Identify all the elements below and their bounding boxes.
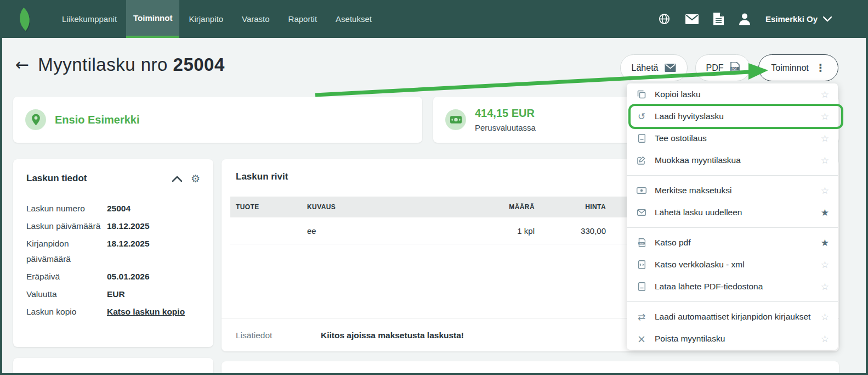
collapsed-card (222, 361, 839, 373)
menu-divider (627, 227, 838, 228)
nav-item-varasto[interactable]: Varasto (232, 0, 279, 38)
menu-item-label: Laadi automaattiset kirjanpidon kirjauks… (655, 312, 810, 322)
menu-item-tee-ostotilaus[interactable]: Tee ostotilaus (627, 127, 838, 149)
star-icon[interactable] (821, 133, 829, 144)
star-icon[interactable] (821, 281, 829, 292)
swap-arrows-icon: ⇄ (636, 311, 648, 322)
info-label: Eräpäivä (26, 269, 107, 284)
extra-info-label: Lisätiedot (236, 331, 321, 340)
actions-dropdown-menu: Kopioi lasku ↺ Laadi hyvityslasku Tee os… (627, 83, 838, 350)
info-value: EUR (107, 287, 125, 302)
info-label: Laskun numero (26, 201, 107, 216)
menu-item-muokkaa-myyntilaskua[interactable]: Muokkaa myyntilaskua (627, 149, 838, 171)
gear-icon[interactable]: ⚙ (191, 172, 200, 184)
partner-name[interactable]: Ensio Esimerkki (55, 114, 140, 126)
column-header-hinta: HINTA (535, 203, 606, 211)
undo-icon: ↺ (636, 111, 648, 122)
star-icon[interactable] (821, 111, 829, 122)
info-row: ValuuttaEUR (26, 287, 200, 302)
invoice-copy-link[interactable]: Katso laskun kopio (107, 304, 185, 320)
invoice-info-card: Laskun tiedot ⚙ Laskun numero25004 Lasku… (13, 159, 213, 347)
app-logo-leaf-icon[interactable] (13, 7, 36, 30)
partner-card[interactable]: Ensio Esimerkki (13, 97, 422, 143)
page-title-text: Myyntilasku nro (38, 54, 168, 75)
document-icon[interactable] (713, 13, 724, 25)
star-icon[interactable] (821, 155, 829, 166)
menu-item-laadi-automaattiset-kirjaukset[interactable]: ⇄ Laadi automaattiset kirjanpidon kirjau… (627, 306, 838, 328)
star-icon[interactable] (821, 311, 829, 322)
info-row: Laskun kopioKatso laskun kopio (26, 304, 200, 320)
menu-item-label: Tee ostotilaus (655, 133, 707, 143)
star-icon[interactable] (821, 89, 829, 100)
star-icon[interactable] (821, 333, 829, 344)
location-pin-icon (25, 109, 46, 130)
info-value: 18.12.2025 (107, 219, 150, 234)
chevron-down-icon (823, 16, 832, 22)
top-navigation: Liikekumppanit Toiminnot Kirjanpito Vara… (0, 0, 868, 38)
actions-button[interactable]: Toiminnot ⋮ (758, 54, 838, 81)
column-header-kuvaus: KUVAUS (302, 203, 466, 211)
invoice-total: 414,15 EUR (475, 107, 536, 120)
copy-icon (636, 90, 648, 99)
info-label: Kirjanpidon päivämäärä (26, 236, 107, 267)
nav-item-kirjanpito[interactable]: Kirjanpito (179, 0, 232, 38)
cell-kuvaus: ee (302, 226, 466, 236)
envelope-icon (636, 209, 648, 216)
menu-divider (627, 175, 838, 176)
svg-text:PDF: PDF (731, 67, 737, 70)
menu-item-poista-myyntilasku[interactable]: × Poista myyntilasku (627, 328, 838, 350)
send-button[interactable]: Lähetä (620, 54, 688, 81)
edit-icon (636, 156, 648, 165)
star-icon[interactable] (821, 185, 829, 196)
info-value: 18.12.2025 (107, 236, 150, 267)
menu-item-label: Lataa lähete PDF-tiedostona (655, 282, 763, 292)
document-download-icon (636, 282, 648, 291)
menu-item-label: Poista myyntilasku (655, 334, 725, 344)
cell-hinta: 330,00 (535, 226, 606, 236)
menu-item-laadi-hyvityslasku[interactable]: ↺ Laadi hyvityslasku (627, 105, 838, 127)
document-icon (636, 134, 648, 143)
pdf-file-icon: PDF (730, 62, 740, 74)
nav-item-liikekumppanit[interactable]: Liikekumppanit (53, 0, 126, 38)
info-value: 05.01.2026 (107, 269, 150, 284)
send-button-label: Lähetä (632, 63, 659, 73)
menu-item-label: Muokkaa myyntilaskua (655, 155, 741, 165)
back-arrow[interactable]: ← (15, 57, 29, 73)
user-icon[interactable] (739, 13, 751, 25)
envelope-icon (665, 64, 676, 72)
delete-x-icon: × (636, 333, 648, 345)
column-header-tuote: TUOTE (230, 203, 302, 211)
menu-item-lataa-lahete-pdf[interactable]: Lataa lähete PDF-tiedostona (627, 276, 838, 298)
envelope-icon[interactable] (685, 14, 699, 24)
info-row: Eräpäivä05.01.2026 (26, 269, 200, 284)
svg-text:PDF: PDF (639, 243, 644, 245)
menu-item-kopioi-lasku[interactable]: Kopioi lasku (627, 83, 838, 105)
nav-item-asetukset[interactable]: Asetukset (326, 0, 381, 38)
main-menu: Liikekumppanit Toiminnot Kirjanpito Vara… (53, 0, 381, 38)
menu-item-katso-pdf[interactable]: PDF Katso pdf (627, 232, 838, 254)
info-row: Laskun numero25004 (26, 201, 200, 216)
menu-item-merkitse-maksetuksi[interactable]: Merkitse maksetuksi (627, 180, 838, 202)
nav-item-toiminnot[interactable]: Toiminnot (126, 0, 179, 38)
banknote-icon (636, 187, 648, 194)
menu-item-label: Katso verkkolasku - xml (655, 260, 745, 270)
menu-item-label: Laadi hyvityslasku (655, 111, 724, 121)
collapse-chevron-icon[interactable] (172, 176, 182, 182)
menu-item-laheta-lasku-uudelleen[interactable]: Lähetä lasku uudelleen (627, 202, 838, 223)
pdf-button[interactable]: PDF PDF (695, 54, 750, 81)
info-row: Kirjanpidon päivämäärä18.12.2025 (26, 236, 200, 267)
column-header-maara: MÄÄRÄ (466, 203, 535, 211)
pdf-file-icon: PDF (636, 238, 648, 247)
globe-icon[interactable] (658, 13, 671, 25)
star-icon[interactable] (821, 259, 829, 270)
page-content: ← Myyntilasku nro 25004 Lähetä PDF PDF T… (2, 38, 866, 373)
pdf-button-label: PDF (706, 63, 724, 73)
invoice-total-caption: Perusvaluutassa (475, 123, 536, 132)
nav-item-raportit[interactable]: Raportit (279, 0, 327, 38)
menu-item-label: Kopioi lasku (655, 89, 701, 99)
star-icon-filled[interactable] (821, 207, 829, 218)
star-icon-filled[interactable] (821, 237, 829, 248)
menu-item-katso-verkkolasku-xml[interactable]: Katso verkkolasku - xml (627, 254, 838, 276)
company-selector[interactable]: Esimerkki Oy (765, 14, 832, 24)
xml-file-icon (636, 260, 648, 269)
